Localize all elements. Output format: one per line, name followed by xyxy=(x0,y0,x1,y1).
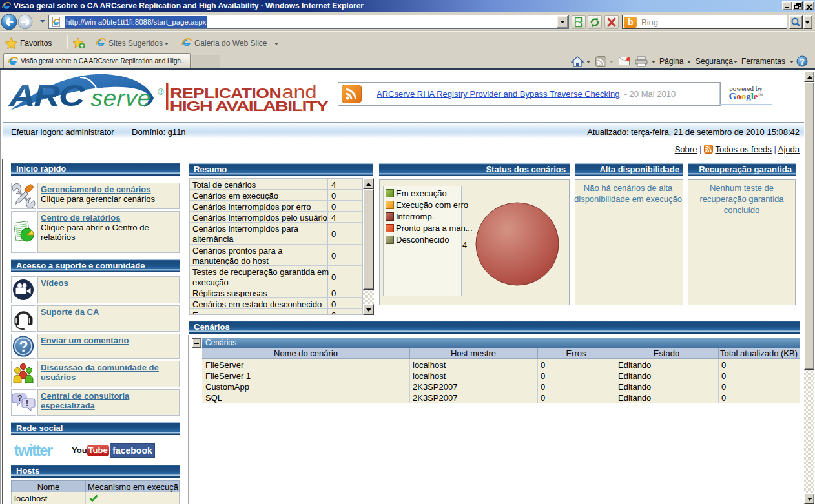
svg-text:?: ? xyxy=(17,394,22,403)
svg-text:serve: serve xyxy=(90,85,152,111)
svg-text:?: ? xyxy=(800,57,805,66)
svg-text:!: ! xyxy=(26,399,28,408)
svg-text:ARC: ARC xyxy=(8,78,86,112)
svg-text:?: ? xyxy=(19,338,28,355)
svg-text:®: ® xyxy=(158,87,164,97)
svg-text:HIGH AVAILABILITY: HIGH AVAILABILITY xyxy=(170,98,329,114)
